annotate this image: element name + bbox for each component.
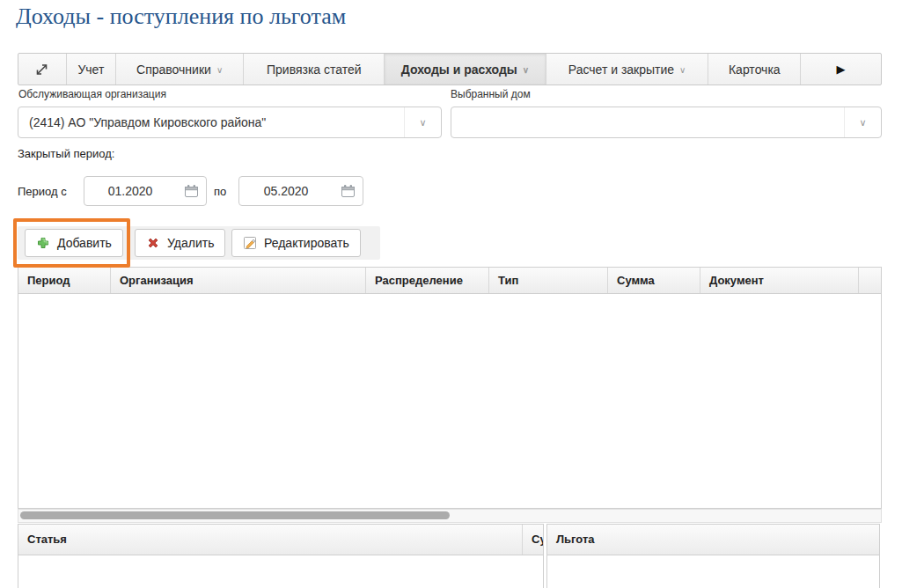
benefits-panel-header: Льгота xyxy=(547,525,879,555)
column-header-sum[interactable]: Сумма xyxy=(608,268,700,293)
closed-period-label: Закрытый период: xyxy=(18,147,114,160)
period-from-input[interactable]: 01.2020 xyxy=(84,176,207,206)
service-org-select[interactable]: (2414) АО "Управдом Кировского района" ∨ xyxy=(18,107,442,138)
period-to-value: 05.2020 xyxy=(239,184,333,198)
toolbar-button-label: Привязка статей xyxy=(267,62,362,77)
edit-icon xyxy=(243,236,258,250)
edit-button[interactable]: Редактировать xyxy=(231,229,361,257)
service-org-value: (2414) АО "Управдом Кировского района" xyxy=(18,107,404,137)
add-icon xyxy=(36,236,51,250)
column-header-period[interactable]: Период xyxy=(18,268,111,293)
toolbar-button-label: Доходы и расходы xyxy=(401,62,517,77)
articles-panel-header: Статья Сумма xyxy=(18,525,543,555)
delete-button[interactable]: Удалить xyxy=(135,229,225,257)
benefits-panel: Льгота xyxy=(546,524,880,588)
column-header-type[interactable]: Тип xyxy=(489,268,608,293)
toolbar-button-calc-closing[interactable]: Расчет и закрытие ∨ xyxy=(546,54,709,85)
add-button-label: Добавить xyxy=(57,236,112,250)
chevron-down-icon: ∨ xyxy=(844,107,881,137)
delete-icon xyxy=(146,236,161,250)
add-button[interactable]: Добавить xyxy=(25,229,123,257)
app-window: Доходы - поступления по льготам Учет Спр… xyxy=(0,0,924,588)
column-header-organization[interactable]: Организация xyxy=(111,268,366,293)
toolbar-button-label: Учет xyxy=(77,62,104,77)
toolbar-button-income-expenses[interactable]: Доходы и расходы ∨ xyxy=(385,54,546,85)
benefits-panel-body xyxy=(547,555,879,588)
column-header-benefit[interactable]: Льгота xyxy=(547,525,879,555)
chevron-down-icon: ∨ xyxy=(523,66,529,75)
column-header-article[interactable]: Статья xyxy=(18,525,523,555)
page-title: Доходы - поступления по льготам xyxy=(16,4,346,30)
toolbar-button-directories[interactable]: Справочники ∨ xyxy=(116,54,245,85)
main-grid-header: Период Организация Распределение Тип Сум… xyxy=(18,267,882,294)
main-grid-body xyxy=(18,294,882,509)
horizontal-scrollbar[interactable] xyxy=(18,509,882,523)
column-header-stub xyxy=(859,268,881,293)
delete-button-label: Удалить xyxy=(167,236,214,250)
toolbar-next-button[interactable]: ▶ xyxy=(801,54,881,85)
toolbar-button-accounting[interactable]: Учет xyxy=(67,54,116,85)
toolbar-button-label: Справочники xyxy=(136,62,211,77)
grid-actions-toolbar: Добавить Удалить Редактировать xyxy=(18,226,380,260)
calendar-icon[interactable] xyxy=(333,177,363,205)
chevron-down-icon: ∨ xyxy=(404,107,441,137)
service-org-label: Обслуживающая организация xyxy=(18,88,166,100)
toolbar-button-label: Карточка xyxy=(729,62,781,77)
period-from-value: 01.2020 xyxy=(84,184,176,198)
chevron-down-icon: ∨ xyxy=(216,66,223,75)
period-from-label: Период с xyxy=(18,185,67,198)
toolbar-button-card[interactable]: Карточка xyxy=(708,54,801,85)
articles-panel-body xyxy=(18,555,543,588)
selected-house-value xyxy=(451,107,844,137)
period-to-label: по xyxy=(214,185,226,198)
expand-button[interactable] xyxy=(18,54,67,85)
edit-button-label: Редактировать xyxy=(264,236,349,250)
articles-panel: Статья Сумма xyxy=(18,524,544,588)
toolbar-button-label: Расчет и закрытие xyxy=(568,62,674,77)
horizontal-scrollbar-thumb[interactable] xyxy=(20,511,450,519)
chevron-down-icon: ∨ xyxy=(679,66,686,75)
expand-diagonal-icon xyxy=(34,62,49,77)
selected-house-label: Выбранный дом xyxy=(451,88,531,100)
main-toolbar: Учет Справочники ∨ Привязка статей Доход… xyxy=(18,53,882,85)
column-header-distribution[interactable]: Распределение xyxy=(366,268,489,293)
selected-house-select[interactable]: ∨ xyxy=(451,107,882,138)
column-header-document[interactable]: Документ xyxy=(700,268,859,293)
calendar-icon[interactable] xyxy=(176,177,206,205)
play-icon: ▶ xyxy=(837,62,846,76)
toolbar-button-article-binding[interactable]: Привязка статей xyxy=(244,54,385,85)
period-to-input[interactable]: 05.2020 xyxy=(238,176,363,206)
column-header-sum-clipped[interactable]: Сумма xyxy=(523,525,543,555)
